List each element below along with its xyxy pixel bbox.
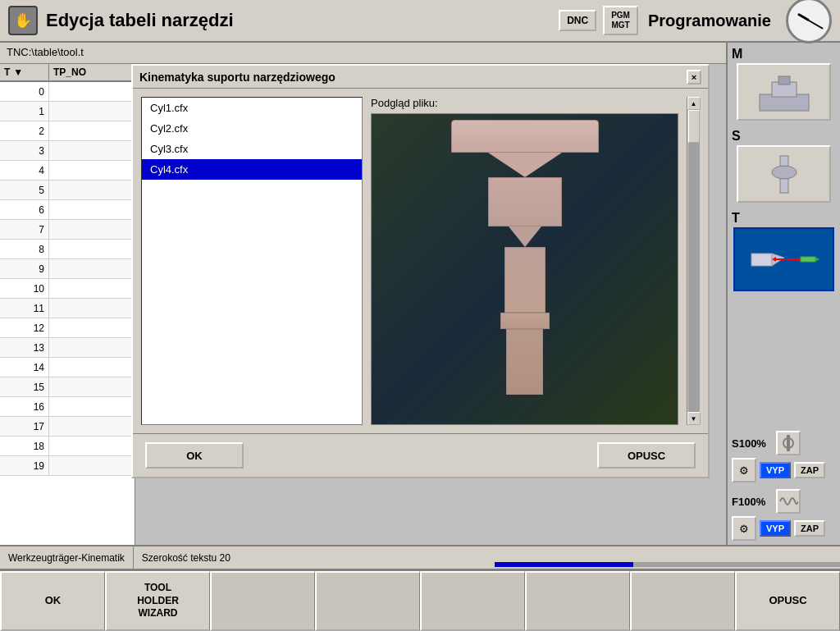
td-t: 8 bbox=[0, 240, 49, 258]
s-icon-area[interactable] bbox=[737, 145, 831, 203]
table-row[interactable]: 15 bbox=[0, 377, 135, 397]
s100-icon bbox=[776, 431, 801, 455]
status-bar: Werkzeugträger-Kinematik Szerokość tekst… bbox=[0, 545, 840, 569]
bottom-btn-4[interactable] bbox=[315, 571, 420, 631]
td-tp bbox=[49, 181, 135, 199]
table-row[interactable]: 12 bbox=[0, 318, 135, 338]
td-tp bbox=[49, 161, 135, 180]
table-row[interactable]: 14 bbox=[0, 358, 135, 377]
mgt-label: MGT bbox=[611, 21, 629, 30]
f100-buttons-row: ⚙ VYP ZAP bbox=[732, 516, 836, 541]
dialog-close-button[interactable]: × bbox=[687, 70, 701, 85]
table-row[interactable]: 7 bbox=[0, 220, 135, 240]
s100-label: S100% bbox=[732, 437, 773, 450]
tool-3d-shape bbox=[451, 120, 599, 395]
clock-hour-hand bbox=[797, 13, 809, 22]
td-tp bbox=[49, 102, 135, 121]
dialog-scrollbar: ▲ ▼ bbox=[687, 97, 700, 425]
sort-icon[interactable]: ▼ bbox=[13, 66, 23, 78]
lower-taper bbox=[509, 226, 541, 247]
table-row[interactable]: 10 bbox=[0, 279, 135, 299]
top-flange bbox=[451, 120, 599, 153]
dialog-content: Cyl1.cfxCyl2.cfxCyl3.cfxCyl4.cfx Podgląd… bbox=[133, 89, 708, 433]
td-tp bbox=[49, 358, 135, 377]
table-row[interactable]: 16 bbox=[0, 397, 135, 417]
scroll-down-button[interactable]: ▼ bbox=[687, 412, 701, 425]
td-tp bbox=[49, 220, 135, 239]
td-t: 3 bbox=[0, 141, 49, 160]
progress-bar bbox=[495, 562, 840, 567]
file-item[interactable]: Cyl2.cfx bbox=[142, 118, 362, 139]
td-t: 17 bbox=[0, 417, 49, 436]
td-tp bbox=[49, 299, 135, 318]
dialog-ok-button[interactable]: OK bbox=[145, 442, 244, 469]
t-tool-icon bbox=[747, 237, 821, 282]
svg-rect-2 bbox=[778, 76, 790, 85]
s-vyp-button[interactable]: VYP bbox=[760, 462, 791, 478]
table-row[interactable]: 6 bbox=[0, 200, 135, 220]
speed-area: S100% ⚙ VYP ZAP F100% bbox=[732, 431, 836, 541]
td-t: 9 bbox=[0, 259, 49, 278]
td-tp bbox=[49, 417, 135, 436]
tool-table: T ▼ TP_NO 0 1 2 3 4 5 6 bbox=[0, 64, 135, 545]
svg-rect-11 bbox=[801, 257, 815, 262]
status-left: Werkzeugträger-Kinematik bbox=[0, 546, 134, 569]
table-row[interactable]: 2 bbox=[0, 121, 135, 141]
progress-fill bbox=[495, 562, 632, 567]
f100-row: F100% bbox=[732, 489, 836, 514]
table-row[interactable]: 5 bbox=[0, 181, 135, 200]
svg-marker-8 bbox=[797, 257, 801, 262]
table-row[interactable]: 13 bbox=[0, 338, 135, 358]
machine-icon bbox=[751, 70, 817, 115]
td-t: 0 bbox=[0, 82, 49, 101]
f100-icon bbox=[776, 489, 801, 514]
table-row[interactable]: 17 bbox=[0, 417, 135, 437]
dialog-buttons: OK OPUSC bbox=[133, 433, 708, 477]
pgm-mgt-button[interactable]: PGM MGT bbox=[603, 6, 638, 35]
scroll-thumb[interactable] bbox=[688, 110, 700, 143]
td-tp bbox=[49, 437, 135, 455]
spindle-icon bbox=[751, 152, 817, 197]
table-row[interactable]: 4 bbox=[0, 161, 135, 181]
dnc-button[interactable]: DNC bbox=[559, 10, 596, 31]
table-row[interactable]: 8 bbox=[0, 240, 135, 259]
bottom-btn-7[interactable] bbox=[630, 571, 735, 631]
table-row[interactable]: 11 bbox=[0, 299, 135, 318]
file-list: Cyl1.cfxCyl2.cfxCyl3.cfxCyl4.cfx bbox=[141, 97, 363, 425]
table-row[interactable]: 0 bbox=[0, 82, 135, 102]
bottom-btn-5[interactable] bbox=[420, 571, 525, 631]
td-t: 10 bbox=[0, 279, 49, 298]
t-icon-area[interactable] bbox=[737, 231, 831, 288]
tool-holder-wizard-button[interactable]: TOOL HOLDER WIZARD bbox=[105, 571, 210, 631]
s-zap-button[interactable]: ZAP bbox=[794, 462, 825, 478]
bottom-btn-6[interactable] bbox=[525, 571, 630, 631]
m-icon-area[interactable] bbox=[737, 63, 831, 121]
table-row[interactable]: 9 bbox=[0, 259, 135, 279]
table-row[interactable]: 3 bbox=[0, 141, 135, 161]
f100-label: F100% bbox=[732, 496, 773, 508]
shank-mid bbox=[500, 313, 550, 329]
bottom-opusc-button[interactable]: OPUSC bbox=[735, 571, 840, 631]
dialog-cancel-button[interactable]: OPUSC bbox=[597, 442, 696, 469]
t-section: T bbox=[732, 211, 836, 291]
td-tp bbox=[49, 338, 135, 357]
f-vyp-button[interactable]: VYP bbox=[760, 520, 791, 537]
preview-image bbox=[371, 113, 678, 425]
file-item[interactable]: Cyl4.cfx bbox=[142, 159, 362, 180]
file-item[interactable]: Cyl3.cfx bbox=[142, 139, 362, 159]
scroll-up-button[interactable]: ▲ bbox=[687, 97, 701, 110]
bottom-btn-3[interactable] bbox=[210, 571, 315, 631]
pgm-label: PGM bbox=[611, 11, 630, 21]
t-label: T bbox=[732, 211, 740, 226]
shank-lower bbox=[506, 329, 543, 395]
table-row[interactable]: 1 bbox=[0, 102, 135, 121]
td-tp bbox=[49, 200, 135, 219]
f-zap-button[interactable]: ZAP bbox=[794, 520, 825, 537]
bottom-bar: OK TOOL HOLDER WIZARD OPUSC bbox=[0, 569, 840, 631]
table-row[interactable]: 18 bbox=[0, 437, 135, 456]
bottom-ok-button[interactable]: OK bbox=[0, 571, 105, 631]
th-t: T ▼ bbox=[0, 64, 49, 80]
table-row[interactable]: 19 bbox=[0, 456, 135, 476]
clock-minute-hand bbox=[809, 20, 824, 30]
file-item[interactable]: Cyl1.cfx bbox=[142, 98, 362, 118]
